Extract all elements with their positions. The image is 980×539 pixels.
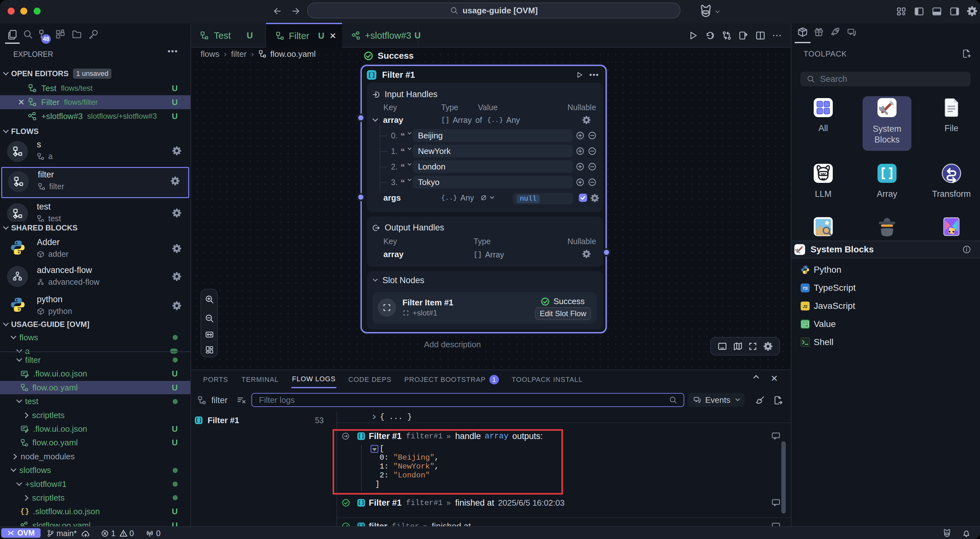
svg-text:TS: TS	[803, 286, 808, 291]
svg-text:JS: JS	[803, 305, 808, 309]
